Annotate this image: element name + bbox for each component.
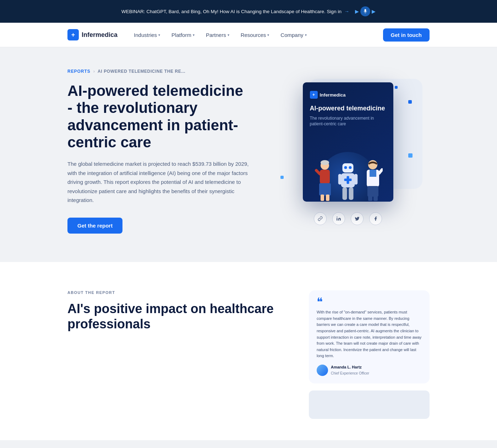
svg-point-8	[344, 166, 347, 169]
svg-rect-15	[338, 174, 342, 185]
svg-rect-2	[320, 170, 330, 184]
twitter-icon[interactable]	[351, 212, 364, 225]
book-subtitle: The revolutionary advancement in patient…	[310, 115, 386, 127]
hero-right: + Infermedica AI-powered telemedicine Th…	[280, 82, 415, 225]
copy-link-icon[interactable]	[314, 212, 327, 225]
about-section: ABOUT THE REPORT AI's positive impact on…	[0, 262, 497, 440]
chevron-down-icon: ▾	[228, 33, 229, 37]
chevron-down-icon: ▾	[267, 33, 269, 37]
logo-icon: +	[67, 29, 79, 40]
social-share-row	[314, 212, 382, 225]
svg-line-23	[379, 170, 382, 173]
svg-point-1	[321, 160, 329, 165]
get-in-touch-button[interactable]: Get in touch	[383, 28, 430, 42]
banner-text: WEBINAR: ChatGPT, Bard, and Bing, Oh My!…	[121, 9, 342, 14]
svg-rect-21	[368, 196, 372, 201]
section-label: ABOUT THE REPORT	[67, 290, 280, 295]
dot-decoration-4	[280, 176, 284, 179]
facebook-icon[interactable]	[369, 212, 382, 225]
svg-rect-12	[344, 179, 352, 181]
svg-rect-14	[349, 187, 354, 200]
breadcrumb: REPORTS › AI POWERED TELEMEDICINE THE RE…	[67, 69, 430, 74]
svg-rect-20	[367, 186, 378, 197]
nav-industries[interactable]: Industries ▾	[129, 29, 165, 41]
logo-text: Infermedica	[82, 31, 118, 39]
dot-decoration-3	[408, 153, 413, 158]
svg-rect-13	[343, 187, 347, 200]
play-icon: ▶	[355, 9, 359, 14]
section2-title: AI's positive impact on healthcare profe…	[67, 301, 280, 332]
svg-rect-3	[319, 183, 331, 196]
nav-platform[interactable]: Platform ▾	[166, 29, 200, 41]
hero-description: The global telemedicine market is projec…	[67, 159, 252, 205]
placeholder-card	[309, 390, 430, 419]
svg-rect-16	[354, 174, 358, 185]
quote-author-row: Amanda L. Hartz Chief Experience Officer	[317, 364, 422, 376]
author-name: Amanda L. Hartz	[331, 364, 369, 371]
book-logo-row: + Infermedica	[310, 91, 386, 99]
svg-line-6	[316, 170, 320, 174]
nav-resources[interactable]: Resources ▾	[236, 29, 274, 41]
svg-point-9	[349, 166, 352, 169]
book-logo-text: Infermedica	[320, 92, 346, 98]
svg-point-24	[337, 217, 337, 217]
nav-company[interactable]: Company ▾	[275, 29, 311, 41]
quote-mark: ❝	[317, 297, 422, 307]
hero-layout: AI-powered telemedicine - the revolution…	[67, 82, 430, 234]
top-banner: WEBINAR: ChatGPT, Bard, and Bing, Oh My!…	[0, 0, 497, 23]
dot-decoration-1	[395, 86, 398, 89]
author-title: Chief Experience Officer	[331, 371, 369, 376]
chevron-down-icon: ▾	[158, 33, 160, 37]
section2-left: ABOUT THE REPORT AI's positive impact on…	[67, 290, 280, 332]
linkedin-icon[interactable]	[332, 212, 345, 225]
mic-icon	[360, 6, 370, 16]
svg-rect-4	[321, 195, 324, 201]
breadcrumb-root[interactable]: REPORTS	[67, 69, 91, 74]
breadcrumb-current: AI POWERED TELEMEDICINE THE RE...	[98, 69, 185, 74]
book-cover: + Infermedica AI-powered telemedicine Th…	[303, 82, 393, 202]
hero-section: REPORTS › AI POWERED TELEMEDICINE THE RE…	[0, 47, 497, 262]
hero-title: AI-powered telemedicine - the revolution…	[67, 82, 252, 151]
book-logo-icon: +	[310, 91, 318, 99]
book-illustration	[310, 134, 386, 202]
figure-robot	[338, 163, 358, 202]
navbar: + Infermedica Industries ▾ Platform ▾ Pa…	[0, 23, 497, 47]
nav-links: Industries ▾ Platform ▾ Partners ▾ Resou…	[129, 29, 383, 41]
chevron-down-icon: ▾	[305, 33, 307, 37]
get-report-button[interactable]: Get the report	[67, 218, 122, 234]
chevron-down-icon: ▾	[193, 33, 195, 37]
banner-arrow[interactable]: →	[344, 9, 349, 14]
quote-text: With the rise of "on-demand" services, p…	[317, 309, 422, 359]
record-icon: ▶	[372, 9, 376, 14]
figure-elderly	[313, 159, 337, 202]
figure-doctor	[363, 159, 383, 202]
svg-point-17	[368, 160, 377, 169]
author-avatar	[317, 365, 328, 376]
svg-rect-22	[373, 196, 378, 201]
section2-right: ❝ With the rise of "on-demand" services,…	[309, 290, 430, 419]
nav-partners[interactable]: Partners ▾	[201, 29, 234, 41]
svg-rect-5	[326, 195, 329, 201]
svg-rect-19	[370, 170, 376, 177]
dot-decoration-2	[408, 100, 412, 104]
logo[interactable]: + Infermedica	[67, 29, 118, 40]
hero-left: AI-powered telemedicine - the revolution…	[67, 82, 252, 234]
banner-icons: ▶ ▶	[355, 6, 376, 16]
author-info: Amanda L. Hartz Chief Experience Officer	[331, 364, 369, 376]
breadcrumb-separator: ›	[93, 69, 95, 74]
book-title: AI-powered telemedicine	[310, 104, 386, 113]
svg-rect-7	[343, 163, 354, 173]
quote-card: ❝ With the rise of "on-demand" services,…	[309, 290, 430, 383]
